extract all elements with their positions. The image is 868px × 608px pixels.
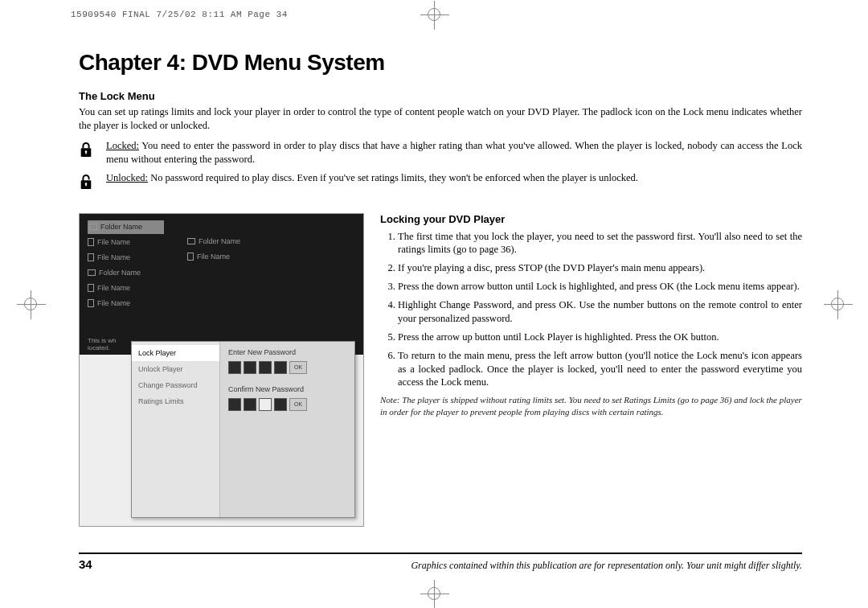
confirm-password-label: Confirm New Password: [228, 385, 346, 393]
dialog-right: Enter New Password OK Confirm New Passwo…: [220, 342, 354, 517]
file-row: File Name: [187, 250, 268, 264]
enter-password-boxes: OK: [228, 361, 346, 374]
step-4: Highlight Change Password, and press OK.…: [398, 298, 802, 326]
dialog-menu: Lock Player Unlock Player Change Passwor…: [132, 342, 220, 517]
locked-description: Locked: You need to enter the password i…: [106, 139, 802, 166]
lock-menu-intro: You can set up ratings limits and lock y…: [79, 105, 802, 133]
password-dialog: Lock Player Unlock Player Change Passwor…: [131, 341, 355, 518]
subsection-title-locking: Locking your DVD Player: [380, 213, 802, 225]
file-row: File Name: [88, 281, 168, 295]
file-row: File Name: [88, 251, 168, 265]
dialog-item-unlock-player: Unlock Player: [132, 361, 219, 377]
file-row: File Name: [88, 297, 168, 310]
step-5: Press the arrow up button until Lock Pla…: [398, 331, 802, 344]
dark-footer: This is wh located.: [88, 337, 117, 351]
unlocked-text: No password required to play discs. Even…: [148, 172, 638, 183]
confirm-password-boxes: OK: [228, 398, 346, 411]
page-footer: 34 Graphics contained within this public…: [79, 553, 802, 572]
crop-mark-right: [831, 298, 844, 310]
dark-panel: Folder Name File Name File Name Folder N…: [80, 214, 363, 355]
svg-rect-5: [85, 183, 86, 186]
file-row: File Name: [88, 236, 168, 249]
locked-label: Locked:: [106, 140, 139, 151]
section-title-lock-menu: The Lock Menu: [79, 90, 802, 102]
chapter-title: Chapter 4: DVD Menu System: [79, 50, 802, 76]
folder-row: Folder Name: [88, 266, 168, 280]
step-3: Press the down arrow button until Lock i…: [398, 280, 802, 294]
steps-list: The first time that you lock the player,…: [380, 230, 802, 390]
folder-row-highlighted: Folder Name: [88, 220, 164, 234]
step-6: To return to the main menu, press the le…: [398, 349, 802, 390]
unlocked-description: Unlocked: No password required to play d…: [106, 171, 802, 185]
footer-disclaimer: Graphics contained within this publicati…: [411, 560, 802, 572]
dialog-item-change-password: Change Password: [132, 377, 219, 393]
lower-content: Folder Name File Name File Name Folder N…: [79, 213, 802, 527]
unlocked-label: Unlocked:: [106, 172, 148, 183]
crop-mark-top: [428, 8, 440, 21]
page-content: Chapter 4: DVD Menu System The Lock Menu…: [79, 50, 802, 560]
lock-open-icon: [79, 173, 96, 194]
locked-row: Locked: You need to enter the password i…: [79, 139, 802, 166]
crop-mark-left: [24, 298, 37, 310]
page-header-meta: 15909540 FINAL 7/25/02 8:11 AM Page 34: [71, 10, 288, 19]
folder-row: Folder Name: [187, 235, 268, 249]
svg-rect-2: [85, 151, 86, 154]
crop-mark-bottom: [428, 587, 440, 600]
note-text: Note: The player is shipped without rati…: [380, 394, 802, 417]
unlocked-row: Unlocked: No password required to play d…: [79, 171, 802, 194]
page-number: 34: [79, 557, 92, 571]
lock-closed-icon: [79, 141, 96, 162]
dialog-item-ratings-limits: Ratings Limits: [132, 393, 219, 409]
step-1: The first time that you lock the player,…: [398, 230, 802, 257]
dialog-item-lock-player: Lock Player: [132, 345, 219, 361]
enter-password-label: Enter New Password: [228, 348, 346, 356]
step-2: If you're playing a disc, press STOP (th…: [398, 261, 802, 275]
locking-section: Locking your DVD Player The first time t…: [380, 213, 802, 527]
dvd-screenshot: Folder Name File Name File Name Folder N…: [79, 213, 364, 527]
locked-text: You need to enter the password in order …: [106, 140, 802, 165]
